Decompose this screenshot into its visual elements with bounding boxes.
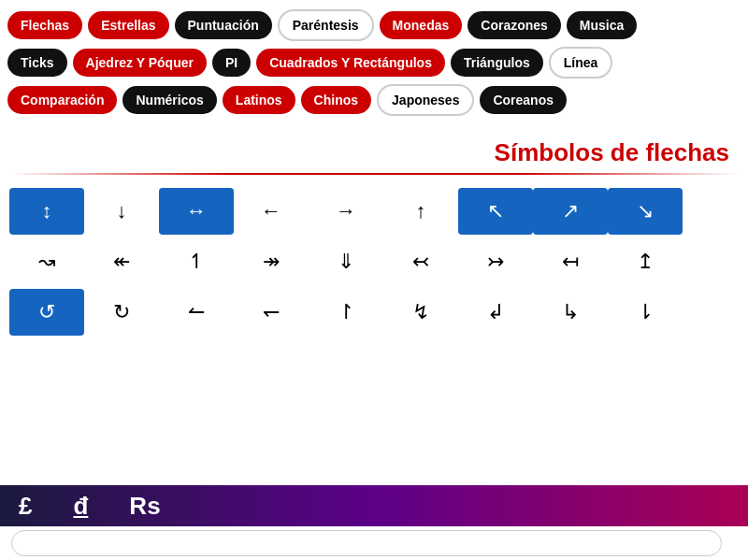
tag-button[interactable]: Musica xyxy=(567,11,637,39)
tag-button[interactable]: Estrellas xyxy=(88,11,168,39)
symbol-cell[interactable]: → xyxy=(309,188,383,235)
symbol-cell[interactable]: ⇂ xyxy=(608,289,683,336)
search-input[interactable] xyxy=(11,530,722,556)
symbol-cell[interactable]: ↗ xyxy=(533,188,608,235)
tag-button[interactable]: Flechas xyxy=(7,11,82,39)
tags-row-3: ComparaciónNuméricosLatinosChinosJapones… xyxy=(7,84,741,116)
section-title: Símbolos de flechas xyxy=(0,122,748,173)
currency-symbol[interactable]: Rs xyxy=(129,492,160,521)
tag-button[interactable]: Monedas xyxy=(380,11,463,39)
tag-button[interactable]: Ticks xyxy=(7,49,67,77)
tag-button[interactable]: Paréntesis xyxy=(278,9,374,41)
symbol-cell[interactable]: ↿ xyxy=(159,238,234,285)
symbol-cell[interactable]: ↔ xyxy=(159,188,234,235)
symbol-cell[interactable]: ↾ xyxy=(309,289,383,336)
tag-button[interactable]: Chinos xyxy=(301,86,371,114)
bottom-overlay: £đRs xyxy=(0,485,748,560)
tag-button[interactable]: PI xyxy=(212,49,251,77)
symbol-cell[interactable]: ↺ xyxy=(9,289,84,336)
currency-symbol[interactable]: đ xyxy=(73,492,88,521)
symbol-cell[interactable]: ↑ xyxy=(383,188,458,235)
currency-row: £đRs xyxy=(0,485,748,526)
symbol-cell[interactable]: ↤ xyxy=(533,238,608,285)
symbol-cell[interactable]: ↓ xyxy=(84,188,159,235)
symbol-cell[interactable]: ↽ xyxy=(234,289,309,336)
currency-symbol[interactable]: £ xyxy=(19,492,32,521)
symbol-cell[interactable]: ↥ xyxy=(608,238,683,285)
symbol-cell[interactable]: ↲ xyxy=(458,289,533,336)
tag-button[interactable]: Triángulos xyxy=(451,49,543,77)
symbols-row-1: ↕↓↔←→↑↖↗↘ xyxy=(9,188,739,235)
section-divider xyxy=(9,173,739,175)
tags-row-1: FlechasEstrellasPuntuaciónParéntesisMone… xyxy=(7,9,741,41)
symbol-cell[interactable]: ↣ xyxy=(458,238,533,285)
symbols-row-3: ↺↻↼↽↾↯↲↳⇂ xyxy=(9,289,739,336)
symbol-cell[interactable]: ↯ xyxy=(383,289,458,336)
symbol-cell[interactable]: ↞ xyxy=(84,238,159,285)
tag-button[interactable]: Puntuación xyxy=(175,11,272,39)
symbol-cell[interactable]: ⇓ xyxy=(309,238,383,285)
tags-row-2: TicksAjedrez Y PóquerPICuadrados Y Rectá… xyxy=(7,47,741,79)
symbol-cell[interactable]: ↻ xyxy=(84,289,159,336)
tag-button[interactable]: Japoneses xyxy=(377,84,474,116)
symbols-area: ↕↓↔←→↑↖↗↘ ↝↞↿↠⇓↢↣↤↥ ↺↻↼↽↾↯↲↳⇂ xyxy=(0,188,748,336)
tag-button[interactable]: Comparación xyxy=(7,86,117,114)
tags-container: FlechasEstrellasPuntuaciónParéntesisMone… xyxy=(0,0,748,122)
tag-button[interactable]: Coreanos xyxy=(480,86,567,114)
tag-button[interactable]: Cuadrados Y Rectángulos xyxy=(256,49,445,77)
tag-button[interactable]: Latinos xyxy=(223,86,295,114)
symbol-cell[interactable]: ↼ xyxy=(159,289,234,336)
symbol-cell[interactable]: ↘ xyxy=(608,188,683,235)
search-row xyxy=(0,526,748,560)
symbol-cell[interactable]: ↠ xyxy=(234,238,309,285)
tag-button[interactable]: Línea xyxy=(549,47,613,79)
symbol-cell[interactable]: ↕ xyxy=(9,188,84,235)
symbols-row-2: ↝↞↿↠⇓↢↣↤↥ xyxy=(9,238,739,285)
tag-button[interactable]: Ajedrez Y Póquer xyxy=(73,49,207,77)
symbol-cell[interactable]: ↢ xyxy=(383,238,458,285)
symbol-cell[interactable]: ← xyxy=(234,188,309,235)
tag-button[interactable]: Corazones xyxy=(468,11,561,39)
symbol-cell[interactable]: ↝ xyxy=(9,238,84,285)
symbol-cell[interactable]: ↳ xyxy=(533,289,608,336)
symbol-cell[interactable]: ↖ xyxy=(458,188,533,235)
tag-button[interactable]: Numéricos xyxy=(122,86,216,114)
